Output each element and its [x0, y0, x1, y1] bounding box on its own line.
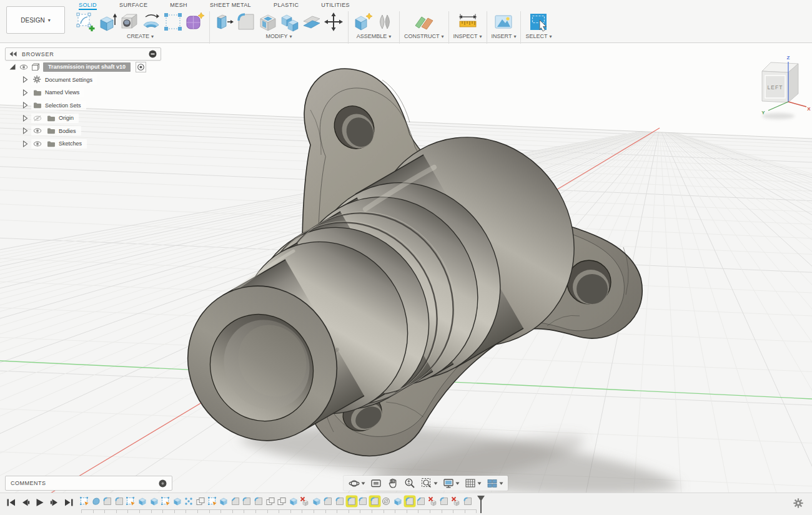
timeline-feature-fillet-23[interactable] [335, 496, 345, 506]
eye-visible-icon[interactable] [33, 140, 42, 147]
timeline-feature-fillet-15[interactable] [242, 496, 252, 506]
timeline-feature-extrude-13[interactable] [219, 496, 229, 506]
timeline-feature-mirror-17[interactable] [265, 496, 275, 506]
collapse-panel-icon[interactable] [9, 51, 17, 57]
visibility-toggle[interactable] [33, 127, 42, 134]
collapse-left-icon[interactable] [9, 51, 17, 57]
expand-toggle[interactable] [21, 76, 29, 84]
browser-item-named-views[interactable]: Named Views [5, 86, 161, 99]
panel-minimize-icon[interactable] [149, 50, 157, 58]
root-component-label[interactable]: Transmission input shaft v10 [43, 62, 131, 72]
visibility-toggle[interactable] [33, 115, 42, 122]
timeline-feature-form-2[interactable] [91, 496, 101, 506]
create-sketch-button[interactable] [76, 12, 96, 32]
display-settings-tool-button[interactable] [440, 476, 462, 490]
dot-circle-icon[interactable] [159, 479, 167, 488]
minus-circle-icon[interactable] [149, 50, 157, 58]
tab-plastic[interactable]: PLASTIC [274, 2, 299, 10]
skip-start-button[interactable] [6, 498, 16, 507]
eye-visible-icon[interactable] [19, 64, 28, 71]
timeline-feature-extrude-9[interactable] [172, 496, 182, 506]
timeline-feature-fillet-25[interactable] [358, 496, 368, 506]
select-window-button[interactable] [528, 12, 548, 32]
timeline-feature-fillet-4[interactable] [114, 496, 124, 506]
timeline-feature-extrude-21[interactable] [312, 496, 322, 506]
orbit-tool-button[interactable] [346, 476, 367, 490]
timeline-feature-circular-27[interactable] [381, 496, 391, 506]
group-label-modify[interactable]: MODIFY▾ [265, 33, 292, 39]
activate-component-radio[interactable] [136, 62, 146, 72]
timeline-feature-sketch-12[interactable] [207, 496, 217, 506]
expand-arrow-icon[interactable] [21, 101, 29, 109]
rectangular-pattern-button[interactable] [163, 12, 183, 32]
timeline-feature-fillet-24[interactable] [347, 496, 357, 506]
hole-button[interactable] [119, 12, 139, 32]
pan-tool-button[interactable] [385, 476, 401, 490]
grid-display-tool-button[interactable] [462, 476, 483, 490]
gear-icon[interactable] [793, 498, 803, 508]
browser-item-origin[interactable]: Origin [5, 112, 161, 125]
tab-solid[interactable]: SOLID [79, 2, 97, 10]
timeline-feature-mirror-18[interactable] [277, 496, 287, 506]
browser-item-bodies[interactable]: Bodies [5, 125, 161, 138]
browser-root-row[interactable]: Transmission input shaft v10 [5, 61, 161, 74]
group-label-assemble[interactable]: ASSEMBLE▾ [357, 33, 392, 39]
measure-button[interactable] [458, 12, 478, 32]
fit-tool-button[interactable] [418, 476, 440, 490]
eye-visible-icon[interactable] [33, 127, 42, 134]
timeline-feature-error-20[interactable] [300, 496, 310, 506]
viewports-tool-button[interactable] [484, 476, 505, 490]
expand-toggle[interactable] [21, 89, 29, 97]
extrude-button[interactable] [97, 12, 117, 32]
visibility-toggle[interactable] [33, 140, 42, 147]
timeline-feature-fillet-16[interactable] [254, 496, 264, 506]
zoom-tool-button[interactable] [402, 476, 418, 490]
viewport-3d[interactable]: LEFTZXY BROWSER Transmission input shaft… [0, 42, 812, 493]
expand-arrow-icon[interactable] [21, 76, 29, 84]
timeline-feature-sketch-1[interactable] [79, 496, 89, 506]
comments-panel[interactable]: COMMENTS [5, 476, 172, 491]
timeline-feature-fillet-29[interactable] [405, 496, 415, 506]
timeline-feature-extrude-6[interactable] [137, 496, 147, 506]
new-component-button[interactable] [353, 12, 373, 32]
timeline-feature-chamfer-14[interactable] [230, 496, 240, 506]
skip-end-button[interactable] [64, 498, 74, 507]
timeline-feature-pattern-10[interactable] [184, 496, 194, 506]
timeline-marker-icon[interactable] [476, 495, 486, 514]
expand-arrow-icon[interactable] [21, 127, 29, 135]
timeline-feature-extrude-28[interactable] [393, 496, 403, 506]
look-at-tool-button[interactable] [368, 476, 384, 490]
collapse-root-icon[interactable] [9, 63, 16, 71]
design-menu-button[interactable]: DESIGN ▾ [6, 6, 65, 34]
step-forward-button[interactable] [49, 498, 59, 507]
group-label-select[interactable]: SELECT▾ [525, 33, 552, 39]
combine-button[interactable] [280, 12, 300, 32]
tab-utilities[interactable]: UTILITIES [321, 2, 350, 10]
timeline-position-marker[interactable] [476, 495, 486, 515]
group-label-insert[interactable]: INSERT▾ [492, 33, 517, 39]
split-body-button[interactable] [302, 12, 322, 32]
timeline-feature-fillet-34[interactable] [463, 496, 473, 506]
shell-button[interactable] [258, 12, 278, 32]
eye-hidden-icon[interactable] [33, 115, 42, 122]
step-back-button[interactable] [21, 498, 31, 507]
tab-surface[interactable]: SURFACE [119, 2, 147, 10]
expand-toggle[interactable] [21, 140, 29, 148]
expand-toggle[interactable] [21, 101, 29, 109]
move-copy-button[interactable] [324, 12, 344, 32]
timeline-feature-extrude-19[interactable] [289, 496, 299, 506]
press-pull-button[interactable] [214, 12, 234, 32]
timeline-feature-mirror-11[interactable] [196, 496, 205, 506]
expand-arrow-icon[interactable] [21, 140, 29, 148]
play-button[interactable] [35, 498, 45, 507]
tab-mesh[interactable]: MESH [170, 2, 187, 10]
browser-item-document-settings[interactable]: Document Settings [5, 74, 161, 87]
revolve-button[interactable] [141, 12, 161, 32]
tab-sheet-metal[interactable]: SHEET METAL [210, 2, 251, 10]
group-label-construct[interactable]: CONSTRUCT▾ [404, 33, 444, 39]
browser-item-sketches[interactable]: Sketches [5, 137, 161, 150]
settings-gear-icon[interactable] [793, 498, 803, 508]
expand-arrow-icon[interactable] [21, 114, 29, 122]
insert-image-button[interactable] [493, 12, 513, 32]
group-label-inspect[interactable]: INSPECT▾ [453, 33, 482, 39]
